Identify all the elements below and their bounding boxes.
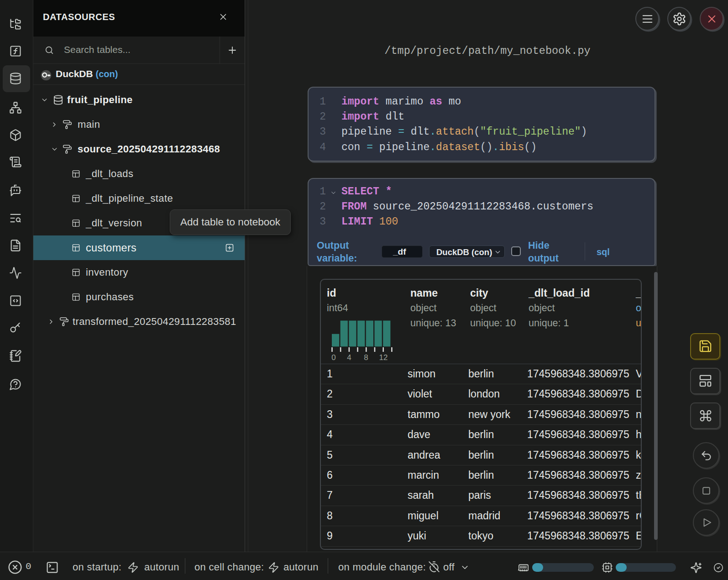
svg-text:12: 12 <box>379 353 388 362</box>
svg-text:8: 8 <box>364 353 368 362</box>
svg-text:4: 4 <box>347 353 351 362</box>
svg-text:0: 0 <box>331 353 335 362</box>
